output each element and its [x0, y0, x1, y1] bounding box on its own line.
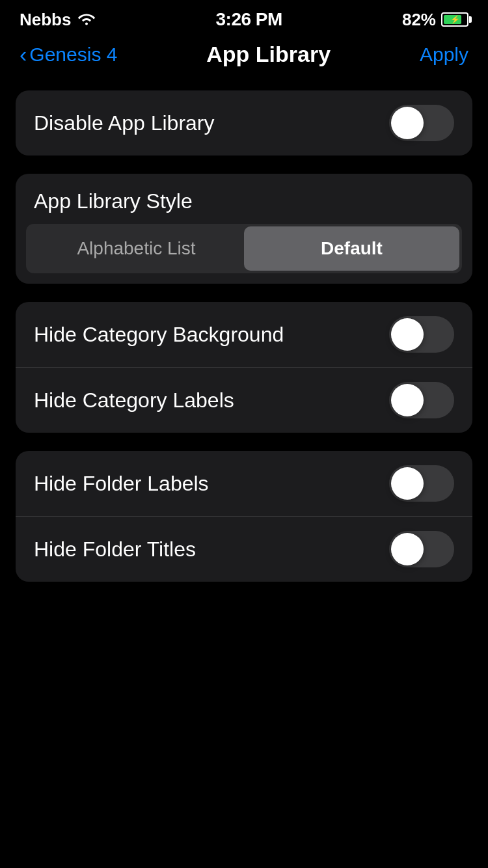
hide-folder-titles-row: Hide Folder Titles: [16, 516, 472, 582]
hide-folder-labels-row: Hide Folder Labels: [16, 451, 472, 516]
disable-app-library-toggle[interactable]: [389, 105, 454, 141]
hide-category-card: Hide Category Background Hide Category L…: [16, 302, 472, 433]
back-chevron-icon: ‹: [20, 43, 27, 65]
apply-button[interactable]: Apply: [420, 44, 468, 66]
hide-category-background-label: Hide Category Background: [34, 323, 284, 347]
battery-icon-container: ⚡: [441, 12, 468, 27]
hide-folder-card: Hide Folder Labels Hide Folder Titles: [16, 451, 472, 582]
status-left: Nebbs: [20, 10, 96, 30]
toggle-knob-3: [391, 384, 424, 416]
content-area: Disable App Library App Library Style Al…: [0, 77, 488, 595]
segment-control: Alphabetic List Default: [26, 224, 462, 273]
style-title: App Library Style: [16, 174, 472, 224]
back-button[interactable]: ‹ Genesis 4: [20, 44, 117, 66]
hide-folder-titles-label: Hide Folder Titles: [34, 537, 196, 562]
hide-category-labels-row: Hide Category Labels: [16, 367, 472, 433]
nav-bar: ‹ Genesis 4 App Library Apply: [0, 35, 488, 77]
toggle-knob-4: [391, 467, 424, 500]
wifi-icon: [77, 10, 96, 30]
toggle-knob-5: [391, 533, 424, 565]
carrier-name: Nebbs: [20, 10, 71, 30]
toggle-knob-2: [391, 318, 424, 351]
hide-category-background-row: Hide Category Background: [16, 302, 472, 367]
segment-default[interactable]: Default: [244, 226, 459, 271]
disable-app-library-card: Disable App Library: [16, 90, 472, 156]
battery-percent: 82%: [402, 10, 436, 30]
status-bar: Nebbs 3:26 PM 82% ⚡: [0, 0, 488, 35]
disable-app-library-row: Disable App Library: [16, 90, 472, 156]
page-title: App Library: [206, 42, 331, 67]
segment-alphabetic[interactable]: Alphabetic List: [29, 226, 244, 271]
disable-app-library-label: Disable App Library: [34, 111, 214, 135]
battery-icon: ⚡: [441, 12, 468, 27]
charging-bolt: ⚡: [450, 15, 460, 24]
hide-category-labels-label: Hide Category Labels: [34, 388, 234, 413]
hide-category-labels-toggle[interactable]: [389, 382, 454, 418]
hide-folder-titles-toggle[interactable]: [389, 531, 454, 567]
hide-category-background-toggle[interactable]: [389, 316, 454, 353]
toggle-knob: [391, 107, 424, 139]
app-library-style-card: App Library Style Alphabetic List Defaul…: [16, 174, 472, 284]
hide-folder-labels-label: Hide Folder Labels: [34, 472, 209, 496]
hide-folder-labels-toggle[interactable]: [389, 465, 454, 502]
status-right: 82% ⚡: [402, 10, 468, 30]
time-display: 3:26 PM: [216, 9, 282, 30]
back-label: Genesis 4: [29, 44, 117, 66]
